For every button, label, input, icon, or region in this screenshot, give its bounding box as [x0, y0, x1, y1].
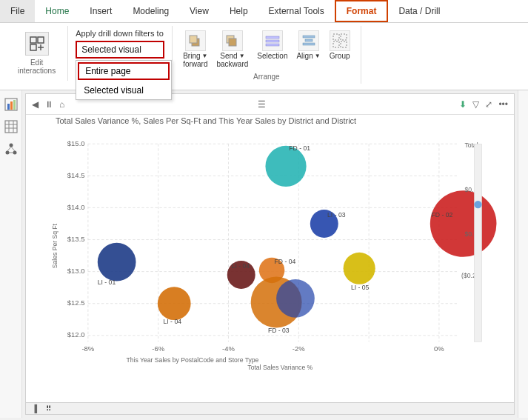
svg-rect-11	[266, 44, 279, 46]
tab-data-drill[interactable]: Data / Drill	[388, 0, 450, 22]
tab-insert[interactable]: Insert	[79, 0, 122, 22]
svg-text:$12.5: $12.5	[67, 299, 85, 307]
svg-text:$15.0: $15.0	[67, 139, 85, 147]
panel-icon-report[interactable]	[3, 96, 19, 113]
drill-label: Apply drill down filters to	[76, 29, 164, 38]
tab-home[interactable]: Home	[35, 0, 79, 22]
svg-rect-0	[30, 37, 36, 43]
chart-toolbar-home[interactable]: ⌂	[58, 98, 66, 111]
svg-text:-4%: -4%	[222, 344, 235, 353]
selection-label: Selection	[257, 52, 287, 60]
svg-text:LI - 04: LI - 04	[164, 318, 182, 325]
tab-view[interactable]: View	[179, 0, 219, 22]
svg-line-32	[11, 147, 15, 151]
svg-text:$0.: $0.	[464, 230, 473, 238]
bring-forward-label: Bring ▼	[183, 52, 207, 60]
chart-toolbar-pause[interactable]: ⏸	[43, 98, 55, 111]
svg-text:FD - 04: FD - 04	[275, 258, 296, 265]
align-icon	[298, 30, 319, 51]
drill-dropdown-menu: Entire page Selected visual	[76, 60, 172, 100]
send-backward-button[interactable]: Send ▼ backward	[214, 29, 252, 70]
svg-rect-14	[303, 43, 315, 45]
tab-help[interactable]: Help	[219, 0, 258, 22]
svg-point-86	[474, 201, 481, 208]
svg-point-62	[265, 146, 306, 187]
tab-external-tools[interactable]: External Tools	[258, 0, 335, 22]
tab-file[interactable]: File	[0, 0, 35, 22]
edit-interactions-section: Edit interactions	[6, 26, 68, 81]
svg-text:This Year Sales by PostalCode : This Year Sales by PostalCode and Store …	[127, 356, 259, 364]
left-panel	[0, 90, 22, 418]
svg-rect-2	[30, 44, 36, 50]
drill-option-entire-page-item[interactable]: Entire page	[78, 62, 170, 80]
svg-text:$13.5: $13.5	[67, 235, 85, 243]
svg-rect-23	[5, 121, 17, 133]
svg-rect-22	[13, 100, 16, 110]
edit-interactions-icon	[25, 32, 49, 56]
chart-toolbar-download[interactable]: ⬇	[458, 98, 468, 111]
group-button[interactable]: Group	[327, 29, 353, 70]
svg-rect-8	[229, 39, 236, 46]
drill-dropdown[interactable]: Selected visual Entire page	[76, 41, 164, 59]
bring-forward-icon	[185, 30, 206, 51]
main-area: ◀ ⏸ ⌂ ☰ ⬇ ▽ ⤢ ••• Total Sales Variance %…	[0, 90, 528, 418]
chart-title: Total Sales Variance %, Sales Per Sq-Ft …	[56, 116, 356, 125]
chart-toolbar-back[interactable]: ◀	[30, 98, 40, 111]
svg-text:LI - 04: LI - 04	[232, 262, 250, 270]
selection-button[interactable]: Selection	[254, 29, 290, 70]
panel-icon-model[interactable]	[3, 141, 19, 157]
svg-point-30	[13, 151, 16, 155]
svg-point-28	[9, 144, 13, 147]
svg-text:0%: 0%	[434, 344, 444, 353]
align-button[interactable]: Align ▼	[293, 29, 323, 70]
svg-text:-2%: -2%	[293, 344, 305, 353]
bottom-bar: ▐ ⠿	[26, 402, 514, 414]
svg-text:LI - 03: LI - 03	[327, 211, 346, 219]
group-label: Group	[330, 52, 350, 60]
scatter-chart: $15.0 $14.5 $14.0 $13.5 $13.0 $12.5 $12.…	[26, 131, 514, 399]
align-label: Align ▼	[296, 52, 320, 60]
svg-text:-6%: -6%	[152, 344, 164, 353]
svg-text:LI - 01: LI - 01	[98, 279, 116, 286]
drill-option-selected-visual-item[interactable]: Selected visual	[76, 81, 171, 99]
bring-forward-button[interactable]: Bring ▼ forward	[180, 29, 210, 70]
arrange-section-label: Arrange	[253, 73, 280, 81]
svg-rect-21	[10, 101, 13, 110]
svg-rect-15	[333, 34, 339, 40]
edit-interactions-button[interactable]: Edit interactions	[13, 29, 60, 78]
svg-rect-17	[333, 41, 339, 47]
svg-rect-16	[341, 34, 347, 40]
panel-icon-table[interactable]	[3, 119, 19, 135]
tab-modeling[interactable]: Modeling	[122, 0, 179, 22]
svg-point-29	[5, 151, 9, 155]
chart-toolbar-more[interactable]: •••	[497, 98, 509, 111]
drill-dropdown-wrapper[interactable]: Selected visual Entire page Entire page …	[76, 41, 164, 59]
selection-icon	[262, 30, 283, 51]
svg-text:$14.5: $14.5	[67, 171, 85, 179]
right-panel	[518, 90, 528, 418]
svg-rect-10	[266, 40, 279, 42]
svg-rect-9	[266, 36, 279, 39]
chart-toolbar-filter[interactable]: ▽	[471, 98, 481, 111]
chart-toolbar-menu[interactable]: ☰	[256, 98, 267, 111]
svg-point-80	[276, 279, 315, 318]
tab-format[interactable]: Format	[335, 0, 389, 22]
svg-text:LI - 05: LI - 05	[351, 284, 370, 291]
chart-toolbar-expand[interactable]: ⤢	[484, 98, 494, 111]
svg-text:FD - 01: FD - 01	[289, 144, 310, 152]
svg-text:FD - 03: FD - 03	[268, 327, 290, 334]
svg-text:$12.0: $12.0	[67, 330, 85, 339]
svg-rect-12	[303, 36, 315, 38]
svg-point-70	[158, 287, 191, 320]
svg-line-31	[7, 147, 11, 151]
svg-text:($0.2: ($0.2	[461, 272, 476, 279]
svg-text:FD - 02: FD - 02	[432, 211, 453, 219]
svg-text:$13.0: $13.0	[67, 267, 85, 275]
svg-rect-18	[341, 41, 347, 47]
ribbon-tabs: File Home Insert Modeling View Help Exte…	[0, 0, 528, 23]
svg-rect-13	[305, 39, 313, 41]
svg-text:-8%: -8%	[81, 344, 94, 353]
arrange-section: Bring ▼ forward Send ▼ backward	[173, 26, 361, 84]
svg-rect-6	[190, 36, 197, 43]
send-backward-icon	[222, 30, 243, 51]
